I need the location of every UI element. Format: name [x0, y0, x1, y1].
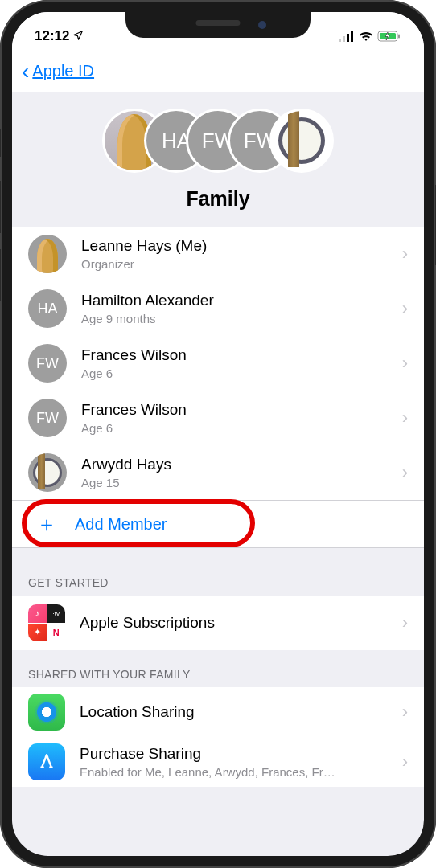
notch — [125, 12, 311, 38]
svg-rect-1 — [343, 36, 345, 42]
member-row[interactable]: Arwydd Hays Age 15 › — [12, 445, 424, 500]
navigation-bar: ‹ Apple ID — [12, 51, 424, 92]
row-title: Location Sharing — [80, 702, 396, 723]
location-sharing-row[interactable]: Location Sharing › — [12, 687, 424, 737]
svg-rect-2 — [347, 34, 349, 42]
apple-subscriptions-icon: ♪ ∙tv ✦ N — [28, 604, 65, 641]
svg-rect-6 — [398, 35, 400, 39]
chevron-right-icon: › — [402, 407, 408, 428]
chevron-right-icon: › — [402, 702, 408, 723]
family-header: HA FW FW Family — [12, 92, 424, 227]
chevron-right-icon: › — [402, 244, 408, 264]
page-title: Family — [12, 187, 424, 211]
member-name: Frances Wilson — [81, 400, 396, 420]
row-title: Apple Subscriptions — [80, 613, 396, 633]
back-label: Apple ID — [32, 62, 94, 80]
member-avatar: FW — [28, 344, 67, 383]
member-role: Organizer — [81, 256, 396, 272]
member-name: Frances Wilson — [81, 346, 396, 366]
chevron-right-icon: › — [402, 353, 408, 374]
add-member-label: Add Member — [75, 515, 167, 534]
cellular-signal-icon — [339, 31, 355, 42]
member-age: Age 6 — [81, 420, 396, 436]
wifi-icon — [359, 31, 373, 42]
location-services-icon — [72, 30, 84, 43]
phone-frame: 12:12 ‹ Apple ID — [0, 0, 436, 868]
member-row[interactable]: HA Hamilton Alexander Age 9 months › — [12, 281, 424, 336]
back-button[interactable]: ‹ Apple ID — [22, 59, 94, 84]
find-my-icon — [28, 694, 65, 731]
avatar — [269, 108, 334, 173]
member-avatar — [28, 453, 67, 492]
chevron-right-icon: › — [402, 751, 408, 772]
member-name: Hamilton Alexander — [81, 291, 396, 311]
svg-rect-3 — [351, 31, 353, 42]
section-header-get-started: GET STARTED — [12, 559, 424, 596]
app-store-icon — [28, 743, 65, 780]
chevron-right-icon: › — [402, 298, 408, 319]
battery-charging-icon — [377, 31, 401, 42]
member-row[interactable]: FW Frances Wilson Age 6 › — [12, 336, 424, 391]
chevron-left-icon: ‹ — [22, 59, 29, 84]
member-avatar: FW — [28, 399, 67, 437]
member-age: Age 9 months — [81, 311, 396, 327]
member-age: Age 6 — [81, 366, 396, 382]
member-avatar — [28, 235, 67, 273]
add-member-button[interactable]: ＋ Add Member — [12, 500, 424, 547]
member-row[interactable]: FW Frances Wilson Age 6 › — [12, 391, 424, 445]
screen: 12:12 ‹ Apple ID — [12, 12, 424, 856]
family-avatars-row: HA FW FW — [12, 108, 424, 173]
members-list: Leanne Hays (Me) Organizer › HA Hamilton… — [12, 227, 424, 547]
plus-icon: ＋ — [36, 514, 57, 534]
member-age: Age 15 — [81, 475, 396, 491]
row-title: Purchase Sharing — [80, 744, 396, 764]
member-avatar: HA — [28, 289, 67, 328]
chevron-right-icon: › — [402, 612, 408, 633]
member-name: Arwydd Hays — [81, 455, 396, 475]
member-name: Leanne Hays (Me) — [81, 236, 396, 256]
status-time: 12:12 — [35, 28, 69, 44]
svg-rect-0 — [339, 39, 341, 42]
section-header-shared: SHARED WITH YOUR FAMILY — [12, 650, 424, 687]
chevron-right-icon: › — [402, 462, 408, 483]
row-subtitle: Enabled for Me, Leanne, Arwydd, Frances,… — [80, 764, 396, 780]
member-row[interactable]: Leanne Hays (Me) Organizer › — [12, 227, 424, 281]
purchase-sharing-row[interactable]: Purchase Sharing Enabled for Me, Leanne,… — [12, 737, 424, 787]
apple-subscriptions-row[interactable]: ♪ ∙tv ✦ N Apple Subscriptions › — [12, 596, 424, 650]
